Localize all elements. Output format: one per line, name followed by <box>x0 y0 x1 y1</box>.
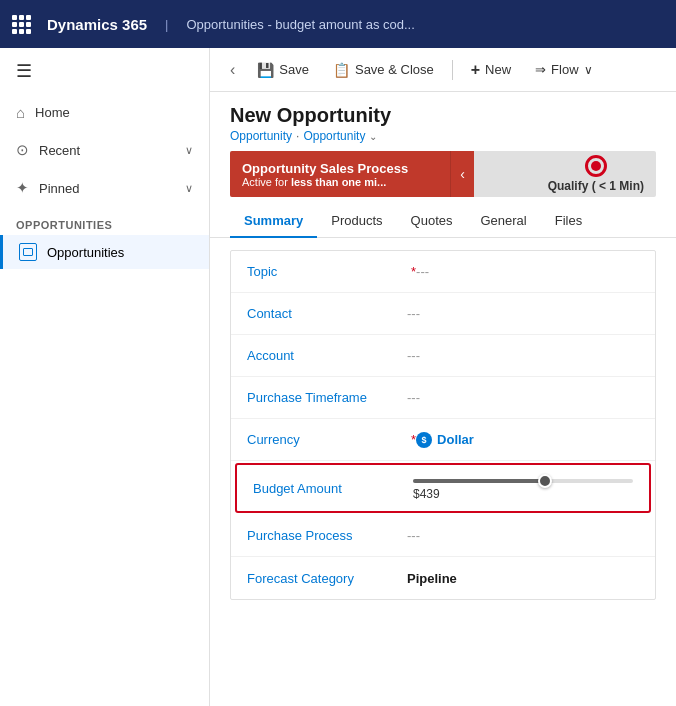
recent-icon: ⊙ <box>16 141 29 159</box>
field-row-budget-amount: Budget Amount $439 <box>235 463 651 513</box>
top-bar: Dynamics 365 | Opportunities - budget am… <box>0 0 676 48</box>
process-bar-subtitle: Active for less than one mi... <box>242 176 438 188</box>
budget-amount-value: $439 <box>413 487 633 501</box>
field-row-contact: Contact --- <box>231 293 655 335</box>
budget-amount-slider-container: $439 <box>413 475 633 501</box>
tab-quotes[interactable]: Quotes <box>397 205 467 238</box>
tab-summary[interactable]: Summary <box>230 205 317 238</box>
process-bar-title: Opportunity Sales Process <box>242 161 438 176</box>
app-title: Dynamics 365 <box>47 16 147 33</box>
purchase-timeframe-label: Purchase Timeframe <box>247 390 407 405</box>
tab-files[interactable]: Files <box>541 205 596 238</box>
contact-label: Contact <box>247 306 407 321</box>
page-title: New Opportunity <box>230 104 656 127</box>
slider-thumb[interactable] <box>538 474 552 488</box>
purchase-timeframe-value[interactable]: --- <box>407 390 639 405</box>
process-bar-time: less than one mi... <box>291 176 386 188</box>
sidebar-item-pinned[interactable]: ✦ Pinned ∨ <box>0 169 209 207</box>
flow-button[interactable]: ⇒ Flow ∨ <box>525 57 602 82</box>
process-collapse-icon: ‹ <box>460 166 465 182</box>
budget-amount-label: Budget Amount <box>253 481 413 496</box>
flow-caret-icon: ∨ <box>584 63 593 77</box>
command-bar: ‹ 💾 Save 📋 Save & Close + New ⇒ Flow ∨ <box>210 48 676 92</box>
process-bar: Opportunity Sales Process Active for les… <box>230 151 656 197</box>
pinned-chevron-icon: ∨ <box>185 182 193 195</box>
app-grid-icon[interactable] <box>12 15 31 34</box>
slider-fill <box>413 479 545 483</box>
field-row-forecast-category: Forecast Category Pipeline <box>231 557 655 599</box>
new-icon: + <box>471 61 480 79</box>
save-close-button[interactable]: 📋 Save & Close <box>323 57 444 83</box>
content-area: ‹ 💾 Save 📋 Save & Close + New ⇒ Flow ∨ N… <box>210 48 676 706</box>
qualify-label: Qualify ( < 1 Min) <box>548 179 644 193</box>
forecast-category-value[interactable]: Pipeline <box>407 571 639 586</box>
topic-label: Topic <box>247 264 407 279</box>
cmd-separator <box>452 60 453 80</box>
breadcrumb-sep: · <box>296 129 299 143</box>
sidebar-section-title: Opportunities <box>0 207 209 235</box>
contact-value[interactable]: --- <box>407 306 639 321</box>
field-row-currency: Currency * $ Dollar <box>231 419 655 461</box>
forecast-category-label: Forecast Category <box>247 571 407 586</box>
qualify-area: Qualify ( < 1 Min) <box>548 155 644 193</box>
topic-value[interactable]: --- <box>416 264 639 279</box>
recent-chevron-icon: ∨ <box>185 144 193 157</box>
tab-general[interactable]: General <box>466 205 540 238</box>
field-row-topic: Topic * --- <box>231 251 655 293</box>
breadcrumb: Opportunity · Opportunity ⌄ <box>230 129 656 143</box>
account-value[interactable]: --- <box>407 348 639 363</box>
sidebar-item-home[interactable]: ⌂ Home <box>0 94 209 131</box>
back-button[interactable]: ‹ <box>222 57 243 83</box>
qualify-circle-icon <box>585 155 607 177</box>
field-row-purchase-timeframe: Purchase Timeframe --- <box>231 377 655 419</box>
sidebar-recent-label: Recent <box>39 143 175 158</box>
new-button[interactable]: + New <box>461 56 521 84</box>
field-row-account: Account --- <box>231 335 655 377</box>
currency-value[interactable]: $ Dollar <box>416 432 639 448</box>
breadcrumb-chevron-icon[interactable]: ⌄ <box>369 131 377 142</box>
account-label: Account <box>247 348 407 363</box>
save-close-icon: 📋 <box>333 62 350 78</box>
slider-track <box>413 479 633 483</box>
form-area: Topic * --- Contact --- Account --- Purc… <box>210 238 676 706</box>
breadcrumb-link-1[interactable]: Opportunity <box>230 129 292 143</box>
pinned-icon: ✦ <box>16 179 29 197</box>
sidebar-item-opportunities[interactable]: Opportunities <box>0 235 209 269</box>
form-section: Topic * --- Contact --- Account --- Purc… <box>230 250 656 600</box>
tabs-bar: Summary Products Quotes General Files <box>210 205 676 238</box>
currency-icon: $ <box>416 432 432 448</box>
home-icon: ⌂ <box>16 104 25 121</box>
process-collapse-button[interactable]: ‹ <box>450 151 474 197</box>
sidebar: ☰ ⌂ Home ⊙ Recent ∨ ✦ Pinned ∨ Opportuni… <box>0 48 210 706</box>
breadcrumb-link-2[interactable]: Opportunity <box>303 129 365 143</box>
hamburger-button[interactable]: ☰ <box>0 48 209 94</box>
currency-label: Currency <box>247 432 407 447</box>
purchase-process-value[interactable]: --- <box>407 528 639 543</box>
save-button[interactable]: 💾 Save <box>247 57 319 83</box>
top-bar-divider: | <box>165 17 168 32</box>
sidebar-item-recent[interactable]: ⊙ Recent ∨ <box>0 131 209 169</box>
process-bar-active-stage: Opportunity Sales Process Active for les… <box>230 151 450 197</box>
page-header: New Opportunity Opportunity · Opportunit… <box>210 92 676 143</box>
sidebar-opportunities-label: Opportunities <box>47 245 124 260</box>
opportunities-icon <box>19 243 37 261</box>
flow-icon: ⇒ <box>535 62 546 77</box>
save-icon: 💾 <box>257 62 274 78</box>
sidebar-pinned-label: Pinned <box>39 181 175 196</box>
tab-products[interactable]: Products <box>317 205 396 238</box>
purchase-process-label: Purchase Process <box>247 528 407 543</box>
sidebar-home-label: Home <box>35 105 193 120</box>
top-bar-subtitle: Opportunities - budget amount as cod... <box>186 17 414 32</box>
field-row-purchase-process: Purchase Process --- <box>231 515 655 557</box>
